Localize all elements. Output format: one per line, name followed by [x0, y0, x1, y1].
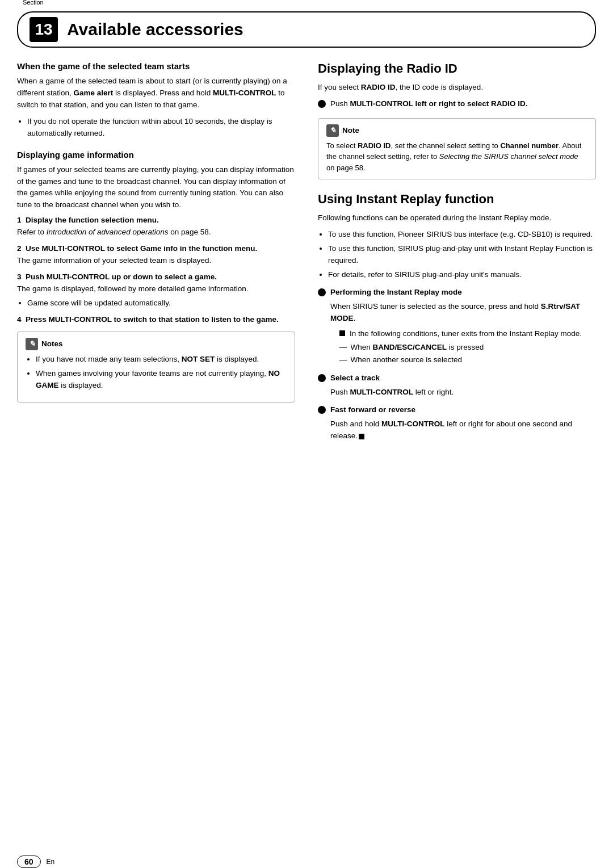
select-track-body: Push MULTI-CONTROL left or right.: [330, 387, 596, 399]
radio-id-bullet-text: Push MULTI-CONTROL left or right to sele…: [330, 98, 596, 110]
right-column: Displaying the Radio ID If you select RA…: [318, 61, 596, 447]
notes-label: Notes: [41, 339, 63, 348]
select-track-bullet-icon: [318, 374, 326, 382]
radio-id-bullet: Push MULTI-CONTROL left or right to sele…: [318, 98, 596, 110]
fast-forward-bullet-icon: [318, 406, 326, 414]
conditions-item: In the following conditions, tuner exits…: [339, 328, 596, 339]
game-starts-para1: When a game of the selected team is abou…: [17, 76, 295, 111]
step4-header: 4 Press MULTI-CONTROL to switch to that …: [17, 315, 295, 324]
radio-id-note-header: ✎ Note: [326, 124, 587, 137]
notes-item1: If you have not made any team selections…: [36, 354, 287, 366]
bullet-circle-icon: [318, 100, 326, 108]
dash1: —: [339, 342, 347, 353]
instant-replay-list: To use this function, Pioneer SIRIUS bus…: [328, 229, 596, 281]
page-header: 13 Available accessories: [17, 11, 596, 48]
page-container: Section 13 Available accessories When th…: [0, 11, 613, 868]
step4: 4 Press MULTI-CONTROL to switch to that …: [17, 315, 295, 324]
step3-header: 3 Push MULTI-CONTROL up or down to selec…: [17, 272, 295, 281]
performing-bullet-icon: [318, 288, 326, 296]
left-column: When the game of the selected team start…: [17, 61, 295, 447]
notes-icon: ✎: [26, 338, 38, 350]
step3-list: Game score will be updated automatically…: [27, 297, 295, 309]
instant-replay-intro: Following functions can be operated duri…: [318, 212, 596, 224]
conditions-text: In the following conditions, tuner exits…: [350, 328, 582, 339]
condition2: — When another source is selected: [339, 354, 596, 366]
content-area: When the game of the selected team start…: [0, 48, 613, 469]
displaying-game-para: If games of your selected teams are curr…: [17, 164, 295, 212]
instant-replay-item3: For details, refer to SIRIUS plug-and-pl…: [328, 269, 596, 281]
step2-header: 2 Use MULTI-CONTROL to select Game info …: [17, 244, 295, 253]
fast-forward-section: Fast forward or reverse Push and hold MU…: [318, 404, 596, 442]
page-number: 60: [17, 856, 41, 868]
game-starts-list-item1: If you do not operate the function withi…: [27, 116, 295, 140]
radio-id-note-label: Note: [342, 126, 359, 135]
step1: 1 Display the function selection menu. R…: [17, 216, 295, 238]
game-starts-heading: When the game of the selected team start…: [17, 61, 295, 71]
game-starts-list: If you do not operate the function withi…: [27, 116, 295, 140]
dash2: —: [339, 354, 347, 366]
section-number: 13: [30, 17, 58, 42]
instant-replay-item1: To use this function, Pioneer SIRIUS bus…: [328, 229, 596, 241]
instant-replay-heading: Using Instant Replay function: [318, 192, 596, 207]
page-title: Available accessories: [67, 20, 243, 39]
radio-id-note-box: ✎ Note To select RADIO ID, set the chann…: [318, 118, 596, 180]
select-track-content: Select a track Push MULTI-CONTROL left o…: [330, 372, 596, 399]
select-track-section: Select a track Push MULTI-CONTROL left o…: [318, 372, 596, 399]
fast-forward-body: Push and hold MULTI-CONTROL left or righ…: [330, 418, 596, 442]
step1-body: Refer to Introduction of advanced operat…: [17, 227, 295, 238]
performing-replay-content: Performing the Instant Replay mode When …: [330, 287, 596, 367]
notes-item2: When games involving your favorite teams…: [36, 368, 287, 392]
end-square-icon: [359, 434, 364, 439]
language-label: En: [47, 858, 55, 866]
step1-header: 1 Display the function selection menu.: [17, 216, 295, 224]
notes-box: ✎ Notes If you have not made any team se…: [17, 332, 295, 402]
condition2-text: When another source is selected: [351, 354, 463, 366]
condition1: — When BAND/ESC/CANCEL is pressed: [339, 342, 596, 353]
notes-header: ✎ Notes: [26, 338, 287, 350]
radio-id-note-icon: ✎: [326, 124, 339, 137]
section-label: Section: [23, 0, 44, 6]
displaying-game-heading: Displaying game information: [17, 150, 295, 160]
step2-body: The game information of your selected te…: [17, 255, 295, 267]
fast-forward-content: Fast forward or reverse Push and hold MU…: [330, 404, 596, 442]
step2: 2 Use MULTI-CONTROL to select Game info …: [17, 244, 295, 267]
radio-id-note-text: To select RADIO ID, set the channel sele…: [326, 140, 587, 174]
footer: 60 En: [17, 856, 54, 868]
performing-replay-body: When SIRIUS tuner is selected as the sou…: [330, 301, 596, 325]
step3-list-item1: Game score will be updated automatically…: [27, 297, 295, 309]
step3-body: The game is displayed, followed by more …: [17, 283, 295, 295]
notes-list: If you have not made any team selections…: [36, 354, 287, 392]
radio-id-heading: Displaying the Radio ID: [318, 61, 596, 76]
condition1-text: When BAND/ESC/CANCEL is pressed: [351, 342, 484, 353]
step3: 3 Push MULTI-CONTROL up or down to selec…: [17, 272, 295, 309]
square-bullet-icon: [339, 330, 345, 336]
instant-replay-item2: To use this function, SIRIUS plug-and-pl…: [328, 243, 596, 267]
performing-replay-section: Performing the Instant Replay mode When …: [318, 287, 596, 367]
radio-id-para: If you select RADIO ID, the ID code is d…: [318, 82, 596, 94]
